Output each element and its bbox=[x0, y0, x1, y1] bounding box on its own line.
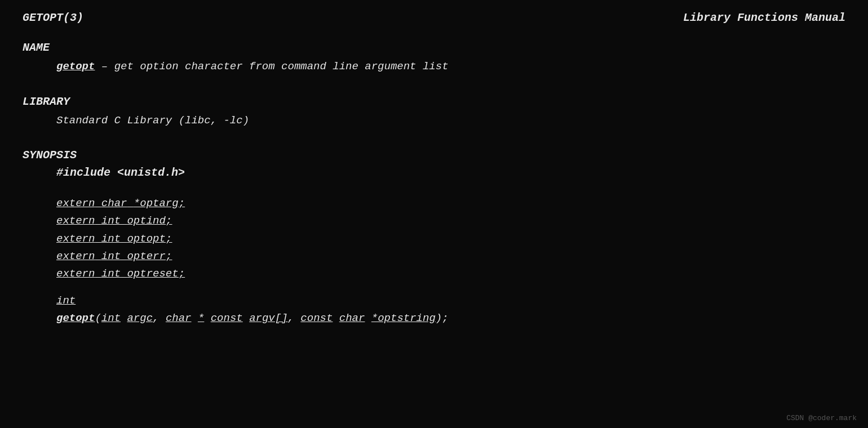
synopsis-label: SYNOPSIS bbox=[23, 149, 845, 162]
optopt-var: optopt; bbox=[127, 233, 172, 245]
function-name: getopt bbox=[56, 60, 95, 73]
extern-declarations: extern char *optarg; extern int optind; … bbox=[56, 195, 845, 283]
section-name: NAME getopt – get option character from … bbox=[23, 41, 845, 75]
extern-optarg: extern char *optarg; bbox=[56, 195, 845, 212]
char-kw-1: char bbox=[101, 197, 127, 209]
extern-kw-4: extern bbox=[56, 250, 95, 262]
extern-kw-2: extern bbox=[56, 215, 95, 227]
library-content: Standard C Library (libc, -lc) bbox=[23, 113, 845, 129]
int-kw-1: int bbox=[101, 215, 121, 227]
header-right: Library Functions Manual bbox=[683, 11, 845, 24]
library-label: LIBRARY bbox=[23, 95, 845, 108]
int-kw-3: int bbox=[101, 250, 121, 262]
const-kw2: const bbox=[300, 312, 333, 324]
extern-optopt: extern int optopt; bbox=[56, 230, 845, 248]
section-library: LIBRARY Standard C Library (libc, -lc) bbox=[23, 95, 845, 129]
extern-optind: extern int optind; bbox=[56, 212, 845, 230]
return-type: int bbox=[56, 292, 845, 310]
name-description: – get option character from command line… bbox=[101, 60, 449, 73]
include-statement: #include <unistd.h> bbox=[56, 166, 845, 179]
section-synopsis: SYNOPSIS #include <unistd.h> extern char… bbox=[23, 149, 845, 327]
paren-open: ( bbox=[95, 312, 101, 324]
opterr-var: opterr; bbox=[127, 250, 172, 262]
header: GETOPT(3) Library Functions Manual bbox=[23, 11, 845, 24]
synopsis-body: #include <unistd.h> extern char *optarg;… bbox=[23, 166, 845, 327]
function-signature: int getopt(int argc, char * const argv[]… bbox=[56, 292, 845, 328]
function-definition: getopt(int argc, char * const argv[], co… bbox=[56, 310, 845, 327]
optreset-var: optreset; bbox=[127, 268, 185, 280]
argv-param: argv[] bbox=[249, 312, 287, 324]
name-content: getopt – get option character from comma… bbox=[23, 59, 845, 75]
paren-close: ); bbox=[436, 312, 449, 324]
getopt-func-name: getopt bbox=[56, 312, 95, 324]
extern-kw-1: extern bbox=[56, 197, 95, 209]
int-kw-2: int bbox=[101, 233, 121, 245]
watermark: CSDN @coder.mark bbox=[786, 414, 857, 422]
int-param: int bbox=[101, 312, 121, 324]
extern-optreset: extern int optreset; bbox=[56, 265, 845, 283]
name-label: NAME bbox=[23, 41, 845, 54]
extern-kw-3: extern bbox=[56, 233, 95, 245]
const-kw: const bbox=[211, 312, 243, 324]
char-kw-sig: char bbox=[339, 312, 365, 324]
argc-param: argc bbox=[127, 312, 153, 324]
optarg-var: *optarg; bbox=[134, 197, 185, 209]
header-left: GETOPT(3) bbox=[23, 11, 83, 24]
char-param: char bbox=[166, 312, 192, 324]
extern-kw-5: extern bbox=[56, 268, 95, 280]
star-const: * bbox=[198, 312, 204, 324]
extern-opterr: extern int opterr; bbox=[56, 248, 845, 265]
optstring-param: *optstring bbox=[371, 312, 436, 324]
optind-var: optind; bbox=[127, 215, 172, 227]
int-kw-4: int bbox=[101, 268, 121, 280]
